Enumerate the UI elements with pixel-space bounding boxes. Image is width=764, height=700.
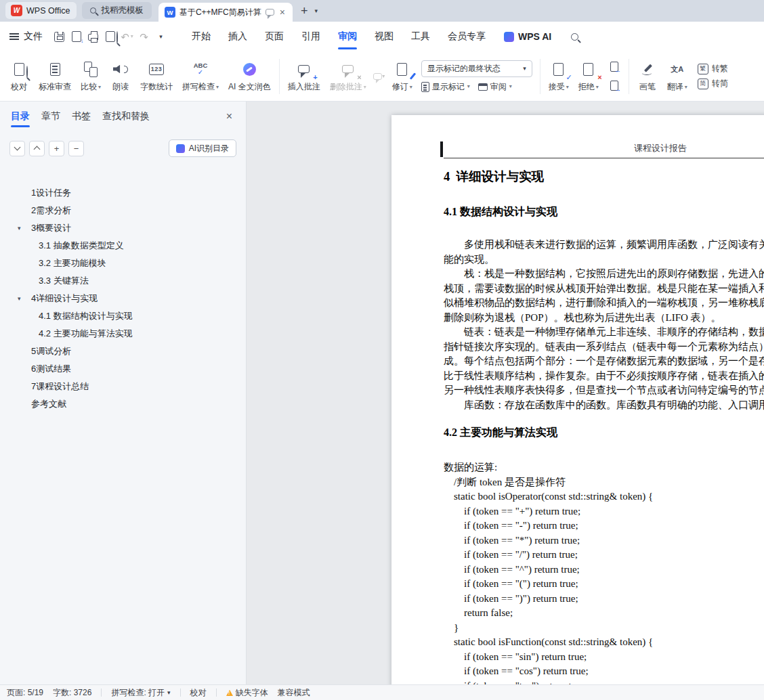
tab-review[interactable]: 审阅 (329, 22, 366, 51)
spell-check-toggle[interactable]: 拼写检查: 打开 ▾ (111, 687, 170, 699)
tab-view[interactable]: 视图 (366, 22, 402, 51)
word-count-indicator[interactable]: 字数: 3726 (53, 687, 91, 699)
export-button[interactable]: ↓ (68, 28, 85, 45)
undo-dropdown-icon[interactable]: ▾ (131, 34, 133, 39)
document-tab[interactable]: W 基于C++MFC简易计算器设计 × (158, 3, 293, 22)
previous-comment-button[interactable]: ▾ (371, 69, 387, 83)
tab-start[interactable]: 开始 (183, 22, 219, 51)
section-heading[interactable]: 4.1 数据结构设计与实现 (444, 205, 764, 219)
toc-item[interactable]: 4.1 数据结构设计与实现 (0, 307, 246, 325)
undo-button[interactable]: ↶ ▾ (119, 28, 135, 45)
insert-comment-button[interactable]: + 插入批注 (283, 55, 325, 98)
tab-list-chevron-icon[interactable]: ▾ (314, 7, 318, 14)
tab-member[interactable]: 会员专享 (439, 22, 494, 51)
page-indicator[interactable]: 页面: 5/19 (7, 687, 43, 699)
chapter-heading[interactable]: 4 详细设计与实现 (444, 168, 764, 185)
toc-item[interactable]: ▾4详细设计与实现 (0, 290, 246, 307)
zoom-in-outline-button[interactable]: + (49, 141, 64, 156)
wps-office-home-tab[interactable]: W WPS Office (5, 2, 77, 19)
customize-quick-toolbar-button[interactable]: ▾ (152, 28, 169, 45)
print-button[interactable] (85, 28, 102, 45)
document-text-line[interactable]: 能的实现。 (444, 253, 764, 267)
markup-state-select[interactable]: 显示标记的最终状态 ▾ (421, 60, 532, 77)
read-aloud-button[interactable]: 朗读 (106, 55, 135, 98)
previous-change-button[interactable]: ← (606, 60, 622, 74)
delete-comment-button[interactable]: × 删除批注▾ (325, 55, 371, 98)
document-text-line[interactable]: 栈：栈是一种数据结构，它按照后进先出的原则存储数据，先进入的数据 (444, 267, 764, 282)
next-change-button[interactable]: → (606, 79, 622, 93)
tab-reference[interactable]: 引用 (293, 22, 329, 51)
compare-button[interactable]: 比较▾ (76, 55, 106, 98)
standard-review-button[interactable]: 标准审查 (34, 55, 76, 98)
code-line[interactable]: /判断 token 是否是操作符 (444, 475, 764, 490)
toc-item[interactable]: 7课程设计总结 (0, 378, 246, 395)
search-button[interactable] (566, 28, 583, 45)
code-line[interactable]: if (token == ")") return true; (444, 592, 764, 607)
expand-all-button[interactable] (9, 141, 25, 156)
ai-recognize-toc-button[interactable]: AI识别目录 (169, 139, 236, 157)
code-line[interactable]: if (token == "^") return true; (444, 563, 764, 577)
code-line[interactable]: static bool isOperator(const std::string… (444, 489, 764, 504)
proofread-button[interactable]: 校对 (4, 55, 34, 98)
ink-button[interactable]: 画笔 (633, 55, 662, 98)
word-count-button[interactable]: 123 字数统计 (135, 55, 177, 98)
collapse-arrow-icon[interactable]: ▾ (18, 225, 21, 232)
code-line[interactable]: if (token == "/") return true; (444, 548, 764, 563)
to-traditional-button[interactable]: 繁 转繁 (698, 63, 746, 74)
reject-button[interactable]: × 拒绝▾ (574, 55, 603, 98)
file-menu-button[interactable]: 文件 (9, 30, 43, 43)
code-line[interactable]: if (token == "tan") return true; (444, 679, 764, 685)
code-line[interactable]: if (token == "*") return true; (444, 533, 764, 548)
document-text-line[interactable]: 比于线性表顺序结构，操作复杂。由于不必须按顺序存储，链表在插入的时候 (444, 369, 764, 384)
code-line[interactable]: if (token == "-") return true; (444, 519, 764, 533)
document-text-line[interactable]: 数据的运算: (444, 460, 764, 475)
document-text-line[interactable]: 似桶堆积物品的数据结构，进行删除和插入的一端称栈顶，另一堆称栈底。插 (444, 296, 764, 311)
new-tab-button[interactable]: + (301, 5, 308, 17)
translate-button[interactable]: 文A 翻译▾ (662, 55, 692, 98)
code-line[interactable]: return false; (444, 606, 764, 621)
toc-item[interactable]: 5调试分析 (0, 343, 246, 360)
accept-button[interactable]: ✓ 接受▾ (544, 55, 574, 98)
collapse-all-button[interactable] (29, 141, 45, 156)
to-simplified-button[interactable]: 简 转简 (698, 78, 746, 89)
code-line[interactable]: if (token == "cos") return true; (444, 664, 764, 679)
tab-page[interactable]: 页面 (256, 22, 293, 51)
toc-item[interactable]: 3.1 抽象数据类型定义 (0, 237, 246, 255)
toc-item[interactable]: 3.2 主要功能模块 (0, 255, 246, 272)
zoom-out-outline-button[interactable]: − (68, 141, 84, 156)
code-line[interactable]: static bool isFunction(const std::string… (444, 635, 764, 650)
close-sidebar-icon[interactable]: × (226, 110, 232, 123)
docer-template-tab[interactable]: 找稻壳模板 (82, 2, 152, 19)
code-line[interactable]: if (token == "+") return true; (444, 504, 764, 519)
code-line[interactable]: } (444, 621, 764, 636)
sidebar-tab-find-replace[interactable]: 查找和替换 (102, 102, 150, 131)
document-text-line[interactable]: 多使用栈和链表来进行数据的运算，频繁调用库函数，广泛阅读有关书籍 (444, 238, 764, 253)
proofread-status-button[interactable]: 校对 (190, 687, 207, 699)
sidebar-tab-bookmarks[interactable]: 书签 (72, 102, 91, 131)
tab-tools[interactable]: 工具 (402, 22, 439, 51)
compat-mode-indicator[interactable]: 兼容模式 (278, 687, 310, 699)
tab-insert[interactable]: 插入 (219, 22, 256, 51)
section-heading[interactable]: 4.2 主要功能与算法实现 (444, 426, 764, 440)
toc-item[interactable]: 参考文献 (0, 395, 246, 413)
toc-item[interactable]: ▾3概要设计 (0, 219, 246, 237)
show-markup-button[interactable]: 显示标记 ▾ (421, 81, 470, 93)
ai-polish-button[interactable]: AI 全文润色 (224, 55, 276, 98)
document-page[interactable]: 课程设计报告 4 详细设计与实现 4.1 数据结构设计与实现 多使用栈和链表来进… (391, 115, 764, 684)
wps-ai-button[interactable]: WPS AI (504, 31, 551, 42)
toc-item[interactable]: 2需求分析 (0, 202, 246, 219)
document-text-line[interactable]: 栈顶，需要读数据的时候从栈顶开始弹出数据。栈是只能在某一端插入和删除 (444, 282, 764, 297)
document-text-line[interactable]: 链表：链表是一种物理存储单元上非连续、非顺序的存储结构，数据元素 (444, 325, 764, 340)
document-text-line[interactable]: 删除则称为退栈（POP）。栈也称为后进先出表（LIFO 表）。 (444, 311, 764, 326)
document-text-line[interactable]: 库函数：存放在函数库中的函数。库函数具有明确的功能、入口调用参数 (444, 398, 764, 413)
redo-button[interactable]: ↷ (135, 28, 152, 45)
sidebar-tab-chapters[interactable]: 章节 (41, 102, 60, 131)
collapse-arrow-icon[interactable]: ▾ (18, 295, 21, 302)
toc-item[interactable]: 4.2 主要功能与算法实现 (0, 325, 246, 343)
code-line[interactable]: if (token == "(") return true; (444, 577, 764, 592)
code-line[interactable]: if (token == "sin") return true; (444, 650, 764, 665)
document-text-line[interactable]: 指针链接次序实现的。链表由一系列结点（链表中每一个元素称为结点）组成 (444, 340, 764, 355)
sidebar-tab-contents[interactable]: 目录 (11, 102, 30, 131)
toc-item[interactable]: 3.3 关键算法 (0, 272, 246, 290)
document-text-line[interactable]: 成。每个结点包括两个部分：一个是存储数据元素的数据域，另一个是存储下 (444, 354, 764, 369)
